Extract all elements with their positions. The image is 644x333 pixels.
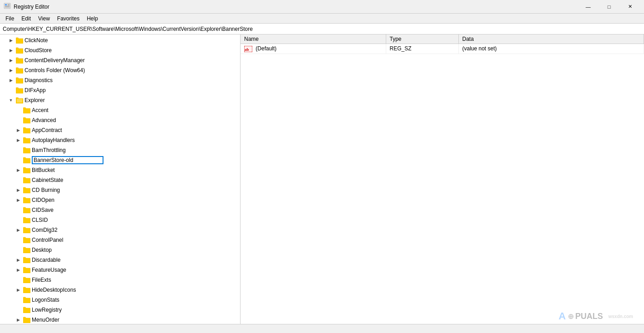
label-hidedesktopicons: HideDesktopIcons — [32, 287, 76, 293]
tree-item-bamthrottling[interactable]: BamThrottling — [0, 145, 240, 155]
col-data[interactable]: Data — [458, 34, 644, 44]
minimize-button[interactable]: — — [578, 0, 599, 14]
tree-panel: ▶ ClickNote ▶ CloudStore ▶ — [0, 34, 241, 324]
tree-item-cidopen[interactable]: ▶ CIDOpen — [0, 195, 240, 205]
tree-item-cdburning[interactable]: ▶ CD Burning — [0, 185, 240, 195]
registry-table[interactable]: Name Type Data ab — [241, 34, 644, 324]
label-autoplayhandlers: AutoplayHandlers — [32, 137, 75, 143]
tree-item-controlpanel[interactable]: ControlPanel — [0, 235, 240, 245]
tree-item-hidedesktopicons[interactable]: ▶ HideDesktopIcons — [0, 285, 240, 295]
expand-comdlg32[interactable]: ▶ — [15, 226, 22, 234]
tree-item-cloudstore[interactable]: ▶ CloudStore — [0, 45, 240, 55]
label-difxapp: DIFxApp — [25, 87, 46, 93]
tree-item-contentdeliverymanager[interactable]: ▶ ContentDeliveryManager — [0, 55, 240, 65]
close-button[interactable]: ✕ — [619, 0, 640, 14]
col-name[interactable]: Name — [241, 34, 386, 44]
tree-item-diagnostics[interactable]: ▶ Diagnostics — [0, 75, 240, 85]
expand-cidopen[interactable]: ▶ — [15, 196, 22, 204]
address-bar[interactable]: Computer\HKEY_CURRENT_USER\Software\Micr… — [0, 24, 644, 34]
label-controlpanel: ControlPanel — [32, 237, 63, 243]
menu-view[interactable]: View — [34, 15, 54, 23]
label-cidsave: CIDSave — [32, 207, 54, 213]
tree-item-bannerstore-old[interactable] — [0, 155, 240, 165]
tree-item-desktop[interactable]: Desktop — [0, 245, 240, 255]
label-logonstats: LogonStats — [32, 297, 59, 303]
label-accent: Accent — [32, 107, 49, 113]
maximize-button[interactable]: □ — [599, 0, 619, 14]
label-advanced: Advanced — [32, 117, 56, 123]
label-clsid: CLSID — [32, 217, 48, 223]
menu-favorites[interactable]: Favorites — [54, 15, 83, 23]
reg-data-cell: (value not set) — [458, 44, 644, 54]
svg-rect-4 — [5, 6, 10, 6]
reg-type-cell: REG_SZ — [386, 44, 458, 54]
tree-scroll[interactable]: ▶ ClickNote ▶ CloudStore ▶ — [0, 34, 240, 324]
address-path: Computer\HKEY_CURRENT_USER\Software\Micr… — [3, 26, 253, 32]
label-discardable: Discardable — [32, 257, 60, 263]
label-cabinetstate: CabinetState — [32, 177, 63, 183]
tree-item-clicknote[interactable]: ▶ ClickNote — [0, 35, 240, 45]
expand-explorer[interactable]: ▼ — [7, 97, 15, 104]
expand-discardable[interactable]: ▶ — [15, 256, 22, 264]
label-menuorder: MenuOrder — [32, 317, 59, 323]
status-bar — [0, 324, 644, 333]
expand-controlsfolder[interactable]: ▶ — [7, 67, 15, 74]
expand-diagnostics[interactable]: ▶ — [7, 77, 15, 84]
svg-rect-5 — [5, 7, 10, 7]
expand-cloudstore[interactable]: ▶ — [7, 47, 15, 54]
col-type[interactable]: Type — [386, 34, 458, 44]
label-featureusage: FeatureUsage — [32, 267, 66, 273]
expand-contentdeliverymanager[interactable]: ▶ — [7, 57, 15, 64]
tree-item-logonstats[interactable]: LogonStats — [0, 295, 240, 305]
tree-item-fileexts[interactable]: FileExts — [0, 275, 240, 285]
svg-rect-1 — [5, 4, 7, 5]
expand-bitbucket[interactable]: ▶ — [15, 166, 22, 174]
tree-item-cidsave[interactable]: CIDSave — [0, 205, 240, 215]
label-bamthrottling: BamThrottling — [32, 147, 66, 153]
tree-item-accent[interactable]: Accent — [0, 105, 240, 115]
tree-item-menuorder[interactable]: ▶ MenuOrder — [0, 315, 240, 324]
label-explorer: Explorer — [25, 97, 45, 103]
label-cloudstore: CloudStore — [25, 47, 52, 54]
label-comdlg32: ComDlg32 — [32, 227, 58, 233]
menu-bar: File Edit View Favorites Help — [0, 14, 644, 24]
label-diagnostics: Diagnostics — [25, 77, 53, 83]
tree-item-comdlg32[interactable]: ▶ ComDlg32 — [0, 225, 240, 235]
table-row[interactable]: ab (Default) REG_SZ (value not set) — [241, 44, 644, 54]
tree-item-autoplayhandlers[interactable]: ▶ AutoplayHandlers — [0, 135, 240, 145]
tree-item-cabinetstate[interactable]: CabinetState — [0, 175, 240, 185]
tree-item-lowregistry[interactable]: LowRegistry — [0, 305, 240, 315]
expand-cdburning[interactable]: ▶ — [15, 186, 22, 194]
tree-item-controlsfolder[interactable]: ▶ Controls Folder (Wow64) — [0, 65, 240, 75]
expand-appcontract[interactable]: ▶ — [15, 127, 22, 134]
tree-item-appcontract[interactable]: ▶ AppContract — [0, 125, 240, 135]
menu-help[interactable]: Help — [83, 15, 102, 23]
svg-rect-2 — [8, 4, 10, 5]
expand-menuorder[interactable]: ▶ — [15, 316, 22, 323]
tree-item-difxapp[interactable]: DIFxApp — [0, 85, 240, 95]
svg-text:ab: ab — [245, 47, 249, 52]
window-controls: — □ ✕ — [578, 0, 640, 14]
svg-rect-6 — [17, 99, 22, 103]
menu-file[interactable]: File — [2, 15, 18, 23]
tree-item-bitbucket[interactable]: ▶ BitBucket — [0, 165, 240, 175]
reg-name-cell: ab (Default) — [241, 44, 386, 54]
expand-featureusage[interactable]: ▶ — [15, 266, 22, 274]
app-icon — [4, 2, 11, 11]
tree-item-discardable[interactable]: ▶ Discardable — [0, 255, 240, 265]
tree-item-clsid[interactable]: CLSID — [0, 215, 240, 225]
rename-input[interactable] — [32, 156, 103, 164]
expand-hidedesktopicons[interactable]: ▶ — [15, 286, 22, 294]
label-contentdeliverymanager: ContentDeliveryManager — [25, 57, 85, 64]
expand-clicknote[interactable]: ▶ — [7, 37, 15, 44]
label-clicknote: ClickNote — [25, 37, 48, 44]
tree-item-explorer[interactable]: ▼ Explorer — [0, 95, 240, 105]
menu-edit[interactable]: Edit — [18, 15, 34, 23]
tree-item-featureusage[interactable]: ▶ FeatureUsage — [0, 265, 240, 275]
label-cdburning: CD Burning — [32, 187, 60, 193]
expand-autoplayhandlers[interactable]: ▶ — [15, 137, 22, 144]
svg-rect-3 — [8, 5, 10, 5]
window-title: Registry Editor — [14, 4, 578, 10]
tree-item-advanced[interactable]: Advanced — [0, 115, 240, 125]
label-desktop: Desktop — [32, 247, 52, 253]
